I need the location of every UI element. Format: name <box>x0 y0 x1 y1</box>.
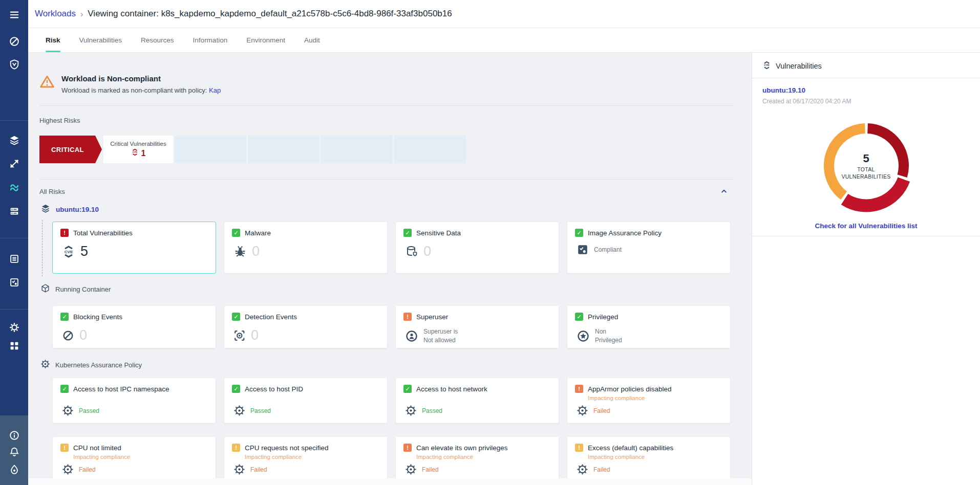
svg-text:CVE: CVE <box>132 151 137 153</box>
kubernetes-wheel-icon <box>62 464 74 475</box>
caution-badge-icon <box>232 444 240 452</box>
card-host-network[interactable]: Access to host network Passed <box>396 378 559 423</box>
menu-icon[interactable] <box>9 9 20 20</box>
non-compliant-alert: Workload is Non-compliant Workload is ma… <box>39 74 733 94</box>
settings-gear-icon[interactable] <box>9 322 20 333</box>
check-badge-icon <box>232 229 240 237</box>
integrations-icon[interactable] <box>9 340 20 351</box>
divider <box>752 236 980 236</box>
donut-segment-critical-severity <box>844 180 904 206</box>
cve-shield-icon: CVE <box>131 148 139 158</box>
tab-environment[interactable]: Environment <box>246 28 285 52</box>
audit-icon[interactable] <box>9 253 20 264</box>
caution-badge-icon <box>60 444 69 452</box>
card-sensitive-data[interactable]: Sensitive Data 0 <box>396 222 559 273</box>
card-cpu-not-limited[interactable]: CPU not limited Impacting compliance Fai… <box>53 437 216 482</box>
check-badge-icon <box>403 229 412 237</box>
bug-icon <box>233 245 247 258</box>
critical-vulnerabilities-card[interactable]: Critical Vulnerabilities CVE 1 <box>103 136 173 163</box>
aqua-drop-icon[interactable] <box>9 464 20 475</box>
page-title: Viewing container: k8s_kapdemo_kapdemo_d… <box>88 9 452 19</box>
cve-shield-icon: CVE <box>762 61 771 71</box>
image-risk-cards: Total Vulnerabilities CVE 5 Malware <box>53 222 733 273</box>
cve-shield-icon: CVE <box>62 245 75 258</box>
content-area: Workload is Non-compliant Workload is ma… <box>28 53 980 485</box>
tab-information[interactable]: Information <box>193 28 228 52</box>
all-risks-label: All Risks <box>39 188 65 195</box>
tab-risk[interactable]: Risk <box>46 28 60 52</box>
collapse-chevron-up-icon[interactable] <box>720 187 728 195</box>
created-timestamp: Created at 06/17/2020 04:20 AM <box>762 98 970 105</box>
check-all-vulnerabilities-link[interactable]: Check for all Vulnerabilities list <box>762 222 970 230</box>
all-risks-header: All Risks <box>39 187 733 195</box>
card-total-vulnerabilities[interactable]: Total Vulnerabilities CVE 5 <box>53 222 216 273</box>
policy-kap-link[interactable]: Kap <box>209 86 221 94</box>
card-host-ipc-namespace[interactable]: Access to host IPC namespace Passed <box>53 378 216 423</box>
kubernetes-policy-cards: Access to host IPC namespace Passed <box>53 378 733 482</box>
kubernetes-wheel-icon <box>233 464 245 475</box>
kubernetes-policy-header: Kubernetes Assurance Policy <box>40 359 733 370</box>
impacting-compliance-note: Impacting compliance <box>588 395 722 401</box>
database-shield-icon <box>405 245 418 258</box>
reports-icon[interactable] <box>9 277 20 288</box>
highest-risks-strip: CRITICAL Critical Vulnerabilities CVE 1 <box>39 136 733 163</box>
info-icon[interactable] <box>9 430 20 441</box>
impacting-compliance-note: Impacting compliance <box>416 454 551 460</box>
functions-icon[interactable] <box>9 158 20 169</box>
risk-placeholder-cell <box>321 136 393 163</box>
check-badge-icon <box>575 313 583 321</box>
dashboard-icon[interactable] <box>9 36 20 47</box>
infrastructure-icon[interactable] <box>9 206 20 217</box>
card-blocking-events[interactable]: Blocking Events 0 <box>53 306 216 348</box>
tab-audit[interactable]: Audit <box>304 28 320 52</box>
sidebar-divider <box>0 309 28 310</box>
kubernetes-policy-label: Kubernetes Assurance Policy <box>55 361 142 369</box>
card-superuser[interactable]: Superuser Superuser is Not allowed <box>396 306 559 348</box>
critical-card-title: Critical Vulnerabilities <box>110 141 166 147</box>
highest-risks-label: Highest Risks <box>39 117 733 124</box>
workloads-icon[interactable] <box>9 182 20 193</box>
divider <box>39 179 733 180</box>
ubuntu-image-link[interactable]: ubuntu:19.10 <box>56 206 99 213</box>
card-can-elevate-privileges[interactable]: Can elevate its own privileges Impacting… <box>396 437 559 482</box>
card-cpu-requests-not-specified[interactable]: CPU requests not specified Impacting com… <box>224 437 387 482</box>
alert-title: Workload is Non-compliant <box>61 74 221 83</box>
card-apparmor-disabled[interactable]: AppArmor policies disabled Impacting com… <box>567 378 730 423</box>
breadcrumb-separator-icon: › <box>80 9 83 19</box>
card-malware[interactable]: Malware 0 <box>224 222 387 273</box>
policies-shield-icon[interactable] <box>9 59 20 70</box>
tab-resources[interactable]: Resources <box>141 28 174 52</box>
vulnerabilities-donut-chart: 5 TOTAL VULNERABILITIES <box>813 112 920 219</box>
card-excess-default-capabilities[interactable]: Excess (default) capabilities Impacting … <box>567 437 730 482</box>
alert-message: Workload is marked as non-compliant with… <box>61 86 221 94</box>
kubernetes-wheel-icon <box>40 359 50 370</box>
images-layers-icon[interactable] <box>9 135 20 146</box>
check-badge-icon <box>60 385 69 393</box>
user-circle-icon <box>405 329 418 343</box>
kubernetes-wheel-icon <box>577 405 588 416</box>
risk-placeholder-cell <box>394 136 466 163</box>
card-privileged[interactable]: Privileged Non Privileged <box>567 306 730 348</box>
check-badge-icon <box>60 313 69 321</box>
risk-placeholder-cell <box>248 136 319 163</box>
warning-badge-icon <box>403 444 412 452</box>
kubernetes-wheel-icon <box>233 405 245 416</box>
card-host-pid[interactable]: Access to host PID Passed <box>224 378 387 423</box>
app-root: Workloads › Viewing container: k8s_kapde… <box>0 0 980 485</box>
kubernetes-wheel-icon <box>405 405 417 416</box>
image-check-icon <box>577 244 589 256</box>
sidebar-divider <box>0 120 28 121</box>
tab-bar: Risk Vulnerabilities Resources Informati… <box>28 28 980 53</box>
notifications-bell-icon[interactable] <box>9 447 20 458</box>
ubuntu-image-link[interactable]: ubuntu:19.10 <box>762 86 970 94</box>
sidebar <box>0 0 28 485</box>
breadcrumb-workloads-link[interactable]: Workloads <box>35 9 76 19</box>
star-circle-icon <box>577 329 590 343</box>
kubernetes-wheel-icon <box>405 464 417 475</box>
card-detection-events[interactable]: Detection Events 0 <box>224 306 387 348</box>
card-image-assurance-policy[interactable]: Image Assurance Policy Compliant <box>567 222 730 273</box>
main-area: Workloads › Viewing container: k8s_kapde… <box>28 0 980 485</box>
donut-segment-high-severity <box>867 128 903 176</box>
critical-severity-ribbon: CRITICAL <box>39 136 102 163</box>
tab-vulnerabilities[interactable]: Vulnerabilities <box>79 28 122 52</box>
